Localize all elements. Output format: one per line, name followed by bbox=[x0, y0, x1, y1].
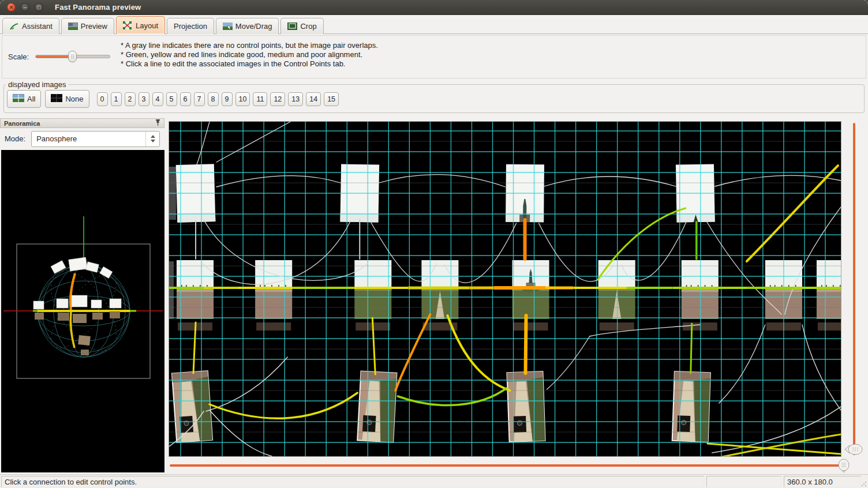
close-icon[interactable]: ✕ bbox=[7, 3, 16, 12]
layout-image-mid-1[interactable] bbox=[255, 260, 292, 319]
control-point-connection[interactable] bbox=[526, 316, 526, 373]
image-toggle-15[interactable]: 15 bbox=[324, 92, 339, 106]
image-toggle-10[interactable]: 10 bbox=[235, 92, 250, 106]
image-overlap-ghost bbox=[818, 322, 841, 331]
minimize-icon[interactable]: – bbox=[21, 3, 29, 12]
panosphere-preview[interactable] bbox=[1, 150, 164, 472]
image-toggle-13[interactable]: 13 bbox=[288, 92, 303, 106]
panosphere-panel: Panoramica Mode: Panosphere bbox=[0, 118, 164, 474]
tab-crop[interactable]: Crop bbox=[280, 18, 323, 34]
layout-canvas-area[interactable] bbox=[169, 121, 841, 457]
layout-image-mid-3[interactable] bbox=[421, 260, 458, 319]
tab-label: Move/Drag bbox=[235, 22, 272, 31]
resize-grip[interactable] bbox=[860, 481, 867, 487]
spinner-arrows-icon[interactable] bbox=[145, 132, 159, 147]
layout-icon bbox=[123, 21, 133, 29]
no-images-icon bbox=[51, 94, 62, 104]
tab-bar: AssistantPreviewLayoutProjectionMove/Dra… bbox=[0, 15, 868, 34]
layout-image-bottom-3[interactable] bbox=[672, 371, 710, 442]
layout-image-bottom-1[interactable] bbox=[357, 371, 396, 442]
image-toggle-4[interactable]: 4 bbox=[152, 92, 163, 106]
image-overlap-ghost bbox=[256, 322, 291, 331]
layout-image-bottom-2[interactable] bbox=[507, 371, 545, 442]
image-toggle-14[interactable]: 14 bbox=[306, 92, 321, 106]
tab-label: Crop bbox=[300, 22, 316, 31]
horizontal-slider-handle bbox=[839, 459, 849, 472]
options-panel: Scale: * A gray line indicates there are… bbox=[2, 35, 866, 78]
clipped-image-sliver bbox=[169, 261, 174, 319]
show-none-label: None bbox=[65, 95, 83, 103]
assistant-icon bbox=[9, 22, 19, 31]
image-toggle-12[interactable]: 12 bbox=[270, 92, 285, 106]
pin-icon[interactable] bbox=[155, 119, 160, 127]
show-none-button[interactable]: None bbox=[45, 90, 89, 108]
tab-preview[interactable]: Preview bbox=[61, 18, 114, 34]
status-dimensions: 360.0 x 180.0 bbox=[784, 476, 861, 487]
image-toggle-6[interactable]: 6 bbox=[180, 92, 191, 106]
panel-title: Panoramica bbox=[4, 120, 40, 127]
status-bar: Click a connection to edit control point… bbox=[0, 474, 868, 488]
vertical-scroll-slider[interactable] bbox=[844, 122, 868, 457]
help-line-2: * Green, yellow and red lines indicate g… bbox=[121, 50, 378, 59]
move-drag-icon bbox=[223, 22, 233, 31]
horizontal-scroll-slider[interactable] bbox=[169, 458, 855, 474]
panosphere-view[interactable] bbox=[1, 150, 164, 472]
scale-slider-handle[interactable] bbox=[68, 51, 77, 62]
mode-label: Mode: bbox=[5, 134, 25, 143]
displayed-images-buttons: All None 0123456789101112131415 bbox=[7, 90, 342, 108]
title-bar[interactable]: ✕ – □ Fast Panorama preview bbox=[0, 0, 868, 15]
status-message: Click a connection to edit control point… bbox=[1, 476, 704, 487]
tab-label: Preview bbox=[81, 22, 107, 31]
control-point-connection[interactable] bbox=[691, 324, 692, 373]
tab-label: Assistant bbox=[22, 22, 53, 31]
layout-image-mid-5[interactable] bbox=[598, 260, 635, 319]
displayed-images-label: displayed images bbox=[6, 80, 68, 89]
image-toggle-11[interactable]: 11 bbox=[253, 92, 267, 106]
help-line-3: * Click a line to edit the associated im… bbox=[121, 59, 378, 69]
crop-icon bbox=[287, 22, 297, 31]
layout-image-mid-0[interactable] bbox=[177, 260, 214, 319]
scale-slider[interactable] bbox=[35, 55, 110, 58]
tab-label: Projection bbox=[174, 22, 207, 31]
layout-canvas-svg[interactable] bbox=[169, 122, 841, 456]
image-toggle-0[interactable]: 0 bbox=[97, 92, 108, 106]
preview-icon bbox=[68, 22, 78, 31]
image-toggle-7[interactable]: 7 bbox=[194, 92, 205, 106]
image-overlap-ghost bbox=[600, 322, 634, 331]
layout-image-bottom-0[interactable] bbox=[172, 371, 212, 442]
mode-value: Panosphere bbox=[36, 134, 77, 143]
image-toggle-9[interactable]: 9 bbox=[222, 92, 233, 106]
vertical-slider-handle bbox=[845, 444, 862, 455]
image-toggle-buttons: 0123456789101112131415 bbox=[93, 92, 342, 106]
image-overlap-ghost bbox=[683, 322, 717, 331]
tab-projection[interactable]: Projection bbox=[167, 18, 214, 34]
image-toggle-1[interactable]: 1 bbox=[111, 92, 122, 106]
scale-slider-fill bbox=[36, 55, 72, 58]
mode-select[interactable]: Panosphere bbox=[31, 131, 160, 147]
image-toggle-8[interactable]: 8 bbox=[208, 92, 219, 106]
layout-image-mid-6[interactable] bbox=[682, 260, 719, 319]
help-line-1: * A gray line indicates there are no con… bbox=[121, 41, 378, 50]
show-all-label: All bbox=[27, 95, 35, 103]
all-images-icon bbox=[13, 94, 24, 104]
maximize-icon[interactable]: □ bbox=[35, 3, 43, 12]
image-toggle-3[interactable]: 3 bbox=[139, 92, 149, 106]
tab-layout[interactable]: Layout bbox=[116, 16, 165, 34]
image-toggle-5[interactable]: 5 bbox=[166, 92, 177, 106]
show-all-button[interactable]: All bbox=[7, 90, 41, 108]
layout-image-mid-8[interactable] bbox=[817, 260, 841, 319]
app-window: ✕ – □ Fast Panorama preview AssistantPre… bbox=[0, 0, 868, 488]
tab-assistant[interactable]: Assistant bbox=[2, 18, 59, 34]
image-overlap-ghost bbox=[514, 322, 548, 331]
image-toggle-2[interactable]: 2 bbox=[125, 92, 136, 106]
tab-move-drag[interactable]: Move/Drag bbox=[216, 18, 279, 34]
window-title: Fast Panorama preview bbox=[55, 3, 141, 12]
layout-help-text: * A gray line indicates there are no con… bbox=[121, 41, 378, 69]
scale-label: Scale: bbox=[8, 52, 29, 61]
status-middle bbox=[706, 476, 781, 487]
tab-label: Layout bbox=[136, 21, 158, 30]
